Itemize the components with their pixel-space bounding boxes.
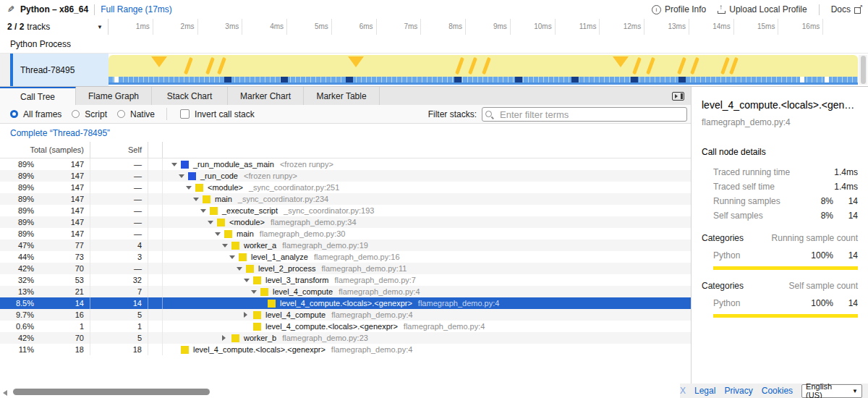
sidebar-node-file: flamegraph_demo.py:4 (702, 117, 858, 127)
categories-title: Categories (702, 281, 744, 291)
table-row[interactable]: 0.6%11level_4_compute.<locals>.<genexpr>… (0, 321, 691, 332)
file-location: flamegraph_demo.py:4 (418, 297, 500, 309)
row-total-samples: 16 (40, 309, 90, 321)
track-activity-graph[interactable] (109, 55, 858, 77)
footer-link-legal[interactable]: Legal (694, 386, 715, 396)
footer: X LegalPrivacyCookies English (US) ▼ (680, 384, 868, 398)
table-row[interactable]: 47%774worker_aflamegraph_demo.py:19 (0, 240, 691, 251)
invert-callstack-checkbox[interactable] (180, 109, 190, 119)
marker-slash-icon (184, 57, 193, 75)
category-row: Python100%14 (702, 249, 858, 262)
row-self-samples: — (90, 182, 148, 193)
column-self[interactable]: Self (90, 142, 148, 158)
category-percent: 100% (806, 250, 833, 261)
collapse-icon[interactable] (251, 290, 260, 294)
collapse-icon[interactable] (193, 198, 203, 201)
collapse-icon[interactable] (208, 221, 217, 224)
table-row[interactable]: 89%147—<module>flamegraph_demo.py:34 (0, 216, 691, 228)
filter-stacks-input[interactable] (482, 107, 687, 122)
track-sample-strip[interactable] (109, 77, 858, 82)
row-total-percent: 8.5% (0, 297, 40, 309)
tab-marker-chart[interactable]: Marker Chart (228, 87, 304, 105)
expand-icon[interactable] (222, 335, 231, 341)
table-row[interactable]: 89%147—_execute_script_sync_coordinator.… (0, 205, 691, 216)
collapse-icon[interactable] (179, 174, 188, 178)
triangle-down-icon (251, 290, 257, 294)
row-total-percent: 89% (0, 193, 40, 205)
row-self-samples: — (90, 263, 148, 274)
tracks-dropdown[interactable]: 2 / 2 tracks ▼ (0, 19, 109, 35)
table-row[interactable]: 89%147—main_sync_coordinator.py:234 (0, 193, 691, 205)
table-row[interactable]: 8.5%1414level_4_compute.<locals>.<genexp… (0, 297, 691, 309)
table-row[interactable]: 89%147—_run_module_as_main<frozen runpy> (0, 158, 691, 170)
collapse-icon[interactable] (244, 279, 253, 282)
triangle-down-icon (186, 186, 192, 190)
ruler-tick: 6ms (332, 19, 377, 35)
table-row[interactable]: 9.7%165level_4_computeflamegraph_demo.py… (0, 309, 691, 321)
category-square-icon (231, 242, 239, 250)
docs-link[interactable]: Docs (831, 4, 862, 14)
row-icon-gap (148, 170, 163, 182)
table-row[interactable]: 42%70—level_2_processflamegraph_demo.py:… (0, 263, 691, 274)
ruler-tick: 8ms (421, 19, 466, 35)
categories-header: CategoriesSelf sample count (702, 281, 858, 291)
tab-call-tree[interactable]: Call Tree (0, 87, 76, 105)
row-self-samples: 3 (90, 251, 148, 263)
tab-marker-table[interactable]: Marker Table (304, 87, 380, 105)
collapse-icon[interactable] (171, 163, 181, 166)
expand-icon[interactable] (244, 312, 253, 318)
radio-label-native[interactable]: Native (130, 109, 155, 119)
table-row[interactable]: 89%147—_run_code<frozen runpy> (0, 170, 691, 182)
upload-profile-button[interactable]: Upload Local Profile (718, 4, 807, 14)
sidebar-toggle-icon[interactable] (672, 92, 684, 101)
radio-script[interactable] (72, 110, 80, 118)
row-total-percent: 89% (0, 216, 40, 228)
profile-info-button[interactable]: Profile Info (652, 4, 706, 14)
footer-close-link[interactable]: X (680, 386, 686, 396)
row-total-percent: 44% (0, 251, 40, 263)
collapse-icon[interactable] (222, 244, 231, 247)
table-row[interactable]: 32%5332level_3_transformflamegraph_demo.… (0, 274, 691, 286)
column-total-samples[interactable]: Total (samples) (0, 142, 90, 158)
edit-pencil-icon[interactable]: ✎ (7, 4, 14, 14)
breadcrumb-root-link[interactable]: Complete “Thread-78495” (10, 128, 110, 138)
sample-busy-block (631, 77, 638, 82)
table-row[interactable]: 89%147—mainflamegraph_demo.py:30 (0, 228, 691, 240)
table-row[interactable]: 89%147—<module>_sync_coordinator.py:251 (0, 182, 691, 193)
function-name: level_4_compute.<locals>.<genexpr> (265, 321, 398, 332)
track-scrollbar-thumb[interactable] (861, 56, 866, 84)
thread-track[interactable]: Thread-78495 (0, 54, 868, 86)
hscroll-left-arrow-icon[interactable] (3, 390, 7, 396)
marker-slash-icon (468, 57, 477, 75)
radio-all-frames[interactable] (10, 110, 18, 118)
collapse-icon[interactable] (215, 232, 224, 236)
category-square-icon (224, 230, 232, 238)
tracks-count: 2 / 2 (7, 22, 24, 32)
table-row[interactable]: 44%733level_1_analyzeflamegraph_demo.py:… (0, 251, 691, 263)
tab-flame-graph[interactable]: Flame Graph (76, 87, 152, 105)
language-select[interactable]: English (US) ▼ (801, 384, 862, 398)
radio-label-script[interactable]: Script (85, 109, 107, 119)
row-self-samples: 32 (90, 274, 148, 286)
row-self-samples: — (90, 158, 148, 170)
footer-link-privacy[interactable]: Privacy (724, 386, 752, 396)
table-row[interactable]: 11%1818level_4_compute.<locals>.<genexpr… (0, 344, 691, 355)
marker-triangle-icon (348, 56, 364, 67)
collapse-icon[interactable] (229, 255, 239, 259)
table-row[interactable]: 42%705worker_bflamegraph_demo.py:23 (0, 332, 691, 344)
detail-label: Traced running time (713, 167, 806, 177)
process-track-header[interactable]: Python Process (0, 35, 868, 54)
invert-callstack-label[interactable]: Invert call stack (195, 109, 255, 119)
table-row[interactable]: 13%217level_4_computeflamegraph_demo.py:… (0, 286, 691, 297)
radio-label-all-frames[interactable]: All frames (23, 109, 61, 119)
collapse-icon[interactable] (200, 209, 210, 213)
full-range-link[interactable]: Full Range (17ms) (101, 4, 172, 14)
collapse-icon[interactable] (237, 267, 246, 271)
footer-link-cookies[interactable]: Cookies (762, 386, 793, 396)
row-total-samples: 14 (40, 297, 90, 309)
hscroll-thumb[interactable] (13, 389, 210, 395)
tab-stack-chart[interactable]: Stack Chart (152, 87, 228, 105)
collapse-icon[interactable] (186, 186, 195, 190)
radio-native[interactable] (117, 110, 125, 118)
thread-track-label[interactable]: Thread-78495 (13, 54, 109, 86)
